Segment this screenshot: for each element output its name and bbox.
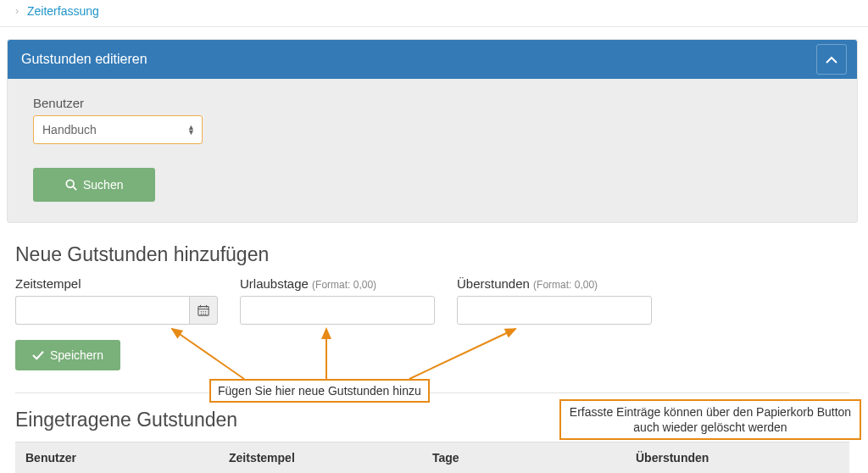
- svg-point-6: [201, 311, 202, 312]
- select-arrows-icon: ▲▼: [187, 125, 195, 135]
- overtime-input[interactable]: [457, 296, 652, 325]
- filter-panel: Gutstunden editieren Benutzer Handbuch ▲…: [7, 39, 858, 223]
- check-icon: [32, 350, 44, 360]
- panel-title: Gutstunden editieren: [21, 52, 147, 67]
- save-button[interactable]: Speichern: [15, 340, 120, 370]
- svg-line-1: [73, 186, 76, 190]
- user-select[interactable]: Handbuch ▲▼: [33, 115, 203, 144]
- search-icon: [65, 179, 77, 191]
- svg-point-0: [66, 180, 74, 187]
- svg-point-10: [203, 314, 203, 314]
- vacation-input[interactable]: [240, 296, 435, 325]
- breadcrumb-link[interactable]: Zeiterfassung: [27, 4, 99, 18]
- panel-header: Gutstunden editieren: [8, 40, 857, 79]
- col-timestamp: Zeitstempel: [229, 451, 432, 465]
- user-label: Benutzer: [33, 96, 832, 110]
- user-select-value: Handbuch: [42, 123, 97, 136]
- timestamp-input[interactable]: [15, 296, 189, 325]
- timestamp-label: Zeitstempel: [15, 276, 218, 291]
- collapse-button[interactable]: [816, 44, 847, 75]
- datepicker-button[interactable]: [189, 296, 218, 325]
- svg-point-9: [201, 314, 202, 314]
- svg-point-7: [203, 311, 203, 312]
- annotation-add-hint: Fügen Sie hier neue Gutstunden hinzu: [209, 379, 430, 403]
- search-button[interactable]: Suchen: [33, 168, 155, 202]
- calendar-icon: [198, 304, 209, 316]
- search-button-label: Suchen: [83, 178, 123, 192]
- col-user: Benutzer: [25, 451, 229, 465]
- chevron-up-icon: [826, 56, 837, 64]
- divider: [15, 392, 849, 393]
- breadcrumb: › Zeiterfassung: [0, 0, 868, 27]
- save-button-label: Speichern: [50, 348, 103, 362]
- vacation-label: Urlaubstage (Format: 0,00): [240, 276, 435, 291]
- overtime-label: Überstunden (Format: 0,00): [457, 276, 652, 291]
- col-days: Tage: [432, 451, 636, 465]
- annotation-delete-hint: Erfasste Einträge können über den Papier…: [559, 399, 861, 440]
- svg-point-8: [205, 311, 206, 312]
- add-form-row: Zeitstempel Urlaubstage (F: [7, 276, 858, 325]
- col-overtime: Überstunden: [636, 451, 839, 465]
- add-section-title: Neue Gutstunden hinzufügen: [15, 243, 858, 266]
- chevron-right-icon: ›: [15, 5, 19, 17]
- table-header-row: Benutzer Zeitstempel Tage Überstunden: [15, 442, 849, 473]
- svg-point-11: [205, 314, 206, 314]
